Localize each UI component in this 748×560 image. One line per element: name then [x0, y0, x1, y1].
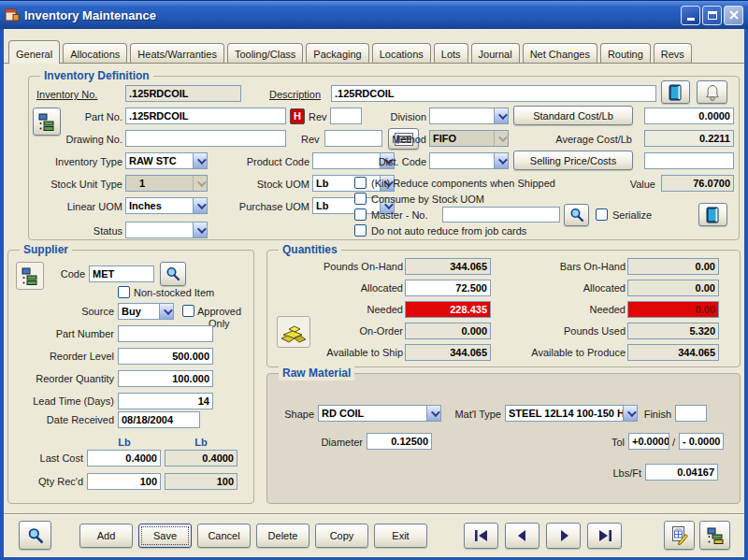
- tab-heats-warranties[interactable]: Heats/Warranties: [130, 43, 224, 63]
- cancel-button[interactable]: Cancel: [197, 524, 251, 548]
- maximize-button[interactable]: [702, 6, 722, 25]
- report-icon: [670, 525, 689, 545]
- serialize-checkbox[interactable]: [596, 208, 608, 221]
- h-flag-button[interactable]: H: [290, 108, 305, 124]
- nav-prev-button[interactable]: [505, 523, 539, 549]
- tab-locations[interactable]: Locations: [372, 43, 431, 63]
- tree-button[interactable]: [699, 521, 730, 550]
- add-button[interactable]: Add: [79, 524, 133, 548]
- drawing-no-field[interactable]: [125, 130, 286, 147]
- raw-material-group: Raw Material Shape RD COIL Mat'l Type ST…: [266, 373, 741, 504]
- magnifier-icon: [569, 208, 584, 223]
- close-button[interactable]: [724, 6, 743, 25]
- standard-cost-field[interactable]: 0.0000: [644, 108, 734, 124]
- average-cost-field: 0.2211: [644, 130, 734, 147]
- description-label[interactable]: Description: [269, 89, 329, 101]
- consume-checkbox-label: Consume by Stock UOM: [371, 194, 484, 206]
- supplier-search-button[interactable]: [160, 262, 186, 286]
- tab-allocations[interactable]: Allocations: [63, 43, 127, 63]
- exit-button[interactable]: Exit: [374, 524, 427, 548]
- app-icon: [5, 7, 20, 22]
- shape-select[interactable]: RD COIL: [318, 405, 441, 422]
- selling-price-button[interactable]: Selling Price/Costs: [513, 151, 633, 170]
- parts-tree-button[interactable]: [33, 108, 61, 136]
- lead-time-label: Lead Time (Days): [13, 395, 114, 408]
- dist-code-label: Dist. Code: [352, 156, 426, 168]
- tab-routing[interactable]: Routing: [600, 43, 651, 63]
- matl-type-label: Mat'l Type: [445, 409, 501, 421]
- copy-button[interactable]: Copy: [315, 524, 368, 548]
- report-button[interactable]: [664, 521, 695, 550]
- chevron-down-icon: [193, 176, 207, 191]
- serial-book-button[interactable]: [698, 203, 727, 226]
- uom-header-1: Lb: [87, 437, 162, 449]
- reorder-level-field[interactable]: 500.000: [118, 348, 213, 365]
- lbs-ft-field[interactable]: 0.04167: [645, 464, 718, 481]
- nav-first-button[interactable]: [464, 523, 498, 549]
- part-no-field[interactable]: .125RDCOIL: [125, 108, 286, 124]
- selling-price-field[interactable]: [644, 152, 734, 169]
- date-received-label: Date Received: [13, 414, 114, 426]
- allocated-lbs-field[interactable]: 72.500: [405, 280, 491, 296]
- finish-label: Finish: [641, 409, 671, 421]
- window: Inventory Maintenance General Allocation…: [0, 0, 748, 560]
- search-button[interactable]: [19, 521, 51, 550]
- inventory-type-select[interactable]: RAW STC: [125, 152, 208, 169]
- qty-recd-field-1[interactable]: 100: [87, 473, 161, 490]
- no-auto-reduce-checkbox[interactable]: [354, 224, 367, 237]
- book-icon: [669, 84, 683, 101]
- last-cost-label: Last Cost: [25, 452, 83, 465]
- status-select[interactable]: [125, 222, 208, 238]
- nav-next-button[interactable]: [546, 523, 581, 549]
- delete-button[interactable]: Delete: [256, 524, 309, 548]
- notes-book-button[interactable]: [661, 80, 690, 104]
- reorder-quantity-field[interactable]: 100.000: [118, 370, 213, 387]
- consume-checkbox[interactable]: [354, 193, 367, 205]
- supplier-code-field[interactable]: MET: [89, 266, 154, 282]
- titlebar: Inventory Maintenance: [0, 1, 748, 29]
- tab-journal[interactable]: Journal: [471, 43, 520, 63]
- tab-packaging[interactable]: Packaging: [306, 43, 368, 63]
- tol-minus-field[interactable]: - 0.0000: [679, 433, 724, 450]
- tol-plus-field[interactable]: +0.0000: [628, 433, 669, 450]
- master-checkbox[interactable]: [354, 208, 367, 221]
- master-no-field[interactable]: [442, 207, 560, 223]
- tab-general[interactable]: General: [8, 40, 60, 64]
- needed-bars-label: Needed: [504, 304, 626, 316]
- last-cost-field-1[interactable]: 0.4000: [87, 450, 161, 467]
- magnifier-icon: [27, 527, 44, 544]
- save-button[interactable]: Save: [138, 524, 192, 548]
- minimize-button[interactable]: [681, 6, 700, 25]
- maximize-icon: [708, 11, 717, 20]
- approved-only-checkbox[interactable]: [182, 305, 194, 317]
- tab-revs[interactable]: Revs: [654, 43, 692, 63]
- alert-bell-button[interactable]: [697, 80, 727, 104]
- magnifier-icon: [165, 266, 180, 281]
- chevron-down-icon: [494, 153, 508, 168]
- kit-checkbox[interactable]: [354, 177, 367, 189]
- source-select[interactable]: Buy: [118, 303, 174, 320]
- tab-net-changes[interactable]: Net Changes: [523, 43, 597, 63]
- lead-time-field[interactable]: 14: [118, 393, 213, 409]
- standard-cost-button[interactable]: Standard Cost/Lb: [513, 106, 633, 125]
- nav-last-button[interactable]: [587, 523, 622, 549]
- part-number-field[interactable]: [118, 325, 213, 342]
- tab-tooling-class[interactable]: Tooling/Class: [227, 43, 303, 63]
- chevron-down-icon: [193, 198, 207, 213]
- finish-field[interactable]: [675, 405, 707, 422]
- matl-type-select[interactable]: STEEL 12L14 100-150 HE: [505, 405, 638, 422]
- non-stocked-checkbox-label: Non-stocked Item: [134, 287, 214, 299]
- pounds-on-hand-label: Pounds On-Hand: [281, 261, 403, 273]
- drawing-rev-label: Rev: [301, 134, 324, 146]
- date-received-field[interactable]: 08/18/2004: [118, 411, 200, 428]
- tab-lots[interactable]: Lots: [434, 43, 468, 63]
- description-field[interactable]: .125RDCOIL: [331, 85, 656, 102]
- non-stocked-checkbox[interactable]: [118, 286, 130, 298]
- master-search-button[interactable]: [564, 204, 589, 226]
- linear-uom-select[interactable]: Inches: [125, 197, 208, 214]
- diameter-field[interactable]: 0.12500: [367, 433, 432, 450]
- inventory-no-label[interactable]: Inventory No.: [36, 89, 124, 101]
- dist-code-select[interactable]: [429, 152, 509, 169]
- division-select[interactable]: [429, 108, 509, 124]
- purchase-uom-label: Purchase UOM: [228, 201, 309, 213]
